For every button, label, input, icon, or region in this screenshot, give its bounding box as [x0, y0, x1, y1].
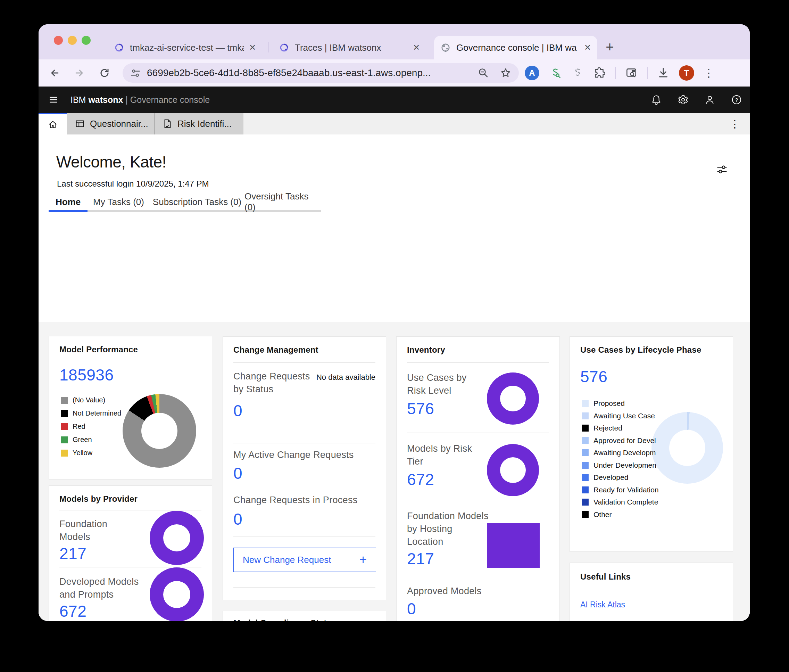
legend-label: Awaiting Developm	[594, 449, 656, 457]
card-useful-links: Useful Links AI Risk Atlas EU Artificial…	[570, 563, 733, 621]
legend-item: Yellow	[61, 449, 93, 457]
close-icon[interactable]: ✕	[584, 43, 591, 53]
url-text[interactable]: 6699eb2b-5ce6-4d1d-8b85-ef85e24baaab.us-…	[147, 67, 477, 78]
questionnaire-table-icon	[75, 118, 85, 129]
browser-menu-icon[interactable]: ⋮	[703, 67, 714, 78]
site-controls-icon[interactable]	[129, 67, 141, 79]
console-tab-home-active[interactable]	[38, 113, 67, 134]
legend-item: Ready for Validation	[582, 486, 659, 494]
tab-subscription-tasks[interactable]: Subscription Tasks (0)	[150, 194, 244, 212]
back-icon[interactable]	[48, 67, 61, 79]
metric-label: Approved Models	[407, 585, 553, 598]
notifications-bell-icon[interactable]	[651, 94, 662, 105]
toolbar-extensions: A T ⋮	[525, 59, 714, 86]
model-performance-donut-chart	[123, 394, 196, 468]
card-title: Change Management	[233, 345, 318, 355]
card-title: Models by Provider	[59, 494, 137, 504]
close-icon[interactable]: ✕	[249, 43, 256, 53]
legend-swatch	[582, 449, 589, 456]
side-panel-search-icon[interactable]	[625, 66, 638, 80]
url-bar[interactable]: 6699eb2b-5ce6-4d1d-8b85-ef85e24baaab.us-…	[123, 63, 519, 83]
foundation-models-donut-chart	[150, 511, 204, 565]
use-cases-by-risk-count: 576	[407, 399, 434, 418]
legend-label: Proposed	[594, 399, 625, 408]
close-icon[interactable]: ✕	[413, 43, 420, 53]
tab-oversight-tasks[interactable]: Oversight Tasks (0)	[244, 194, 321, 212]
lifecycle-donut-chart	[652, 412, 723, 484]
legend-item: Approved for Devel	[582, 437, 656, 445]
legend-swatch	[582, 437, 589, 444]
traffic-light-minimize[interactable]	[68, 36, 77, 45]
legend-item: Awaiting Use Case	[582, 412, 655, 420]
brand-suffix: | Governance console	[123, 95, 210, 105]
page-tabs: Home My Tasks (0) Subscription Tasks (0)…	[49, 194, 321, 212]
browser-tab-1[interactable]: tmkaz-ai-service-test — tmka ✕	[108, 36, 262, 59]
browser-tabstrip: tmkaz-ai-service-test — tmka ✕ Traces | …	[38, 24, 750, 59]
legend-item: (No Value)	[61, 396, 105, 404]
risk-document-icon	[162, 118, 172, 129]
legend-swatch	[582, 499, 589, 506]
app-brand: IBM watsonx | Governance console	[70, 95, 210, 105]
tab-title: Traces | IBM watsonx	[295, 42, 408, 53]
legend-label: Awaiting Use Case	[594, 412, 655, 420]
legend-swatch	[61, 410, 68, 417]
console-tab-questionnaire[interactable]: Questionnair...	[67, 113, 154, 134]
legend-swatch	[582, 425, 589, 432]
legend-label: Not Determined	[73, 409, 121, 417]
legend-item: Developed	[582, 473, 628, 482]
card-title: Use Cases by Lifecycle Phase	[580, 345, 701, 355]
gray-snippet-extension-icon[interactable]	[570, 66, 584, 80]
console-tab-risk-identification[interactable]: Risk Identifi...	[154, 113, 243, 134]
settings-gear-icon[interactable]	[677, 94, 688, 105]
button-label: New Change Request	[243, 555, 331, 565]
legend-swatch	[582, 413, 589, 419]
tab-title: tmkaz-ai-service-test — tmka	[130, 42, 244, 53]
change-requests-by-status-count: 0	[233, 401, 243, 420]
refresh-icon[interactable]	[98, 67, 111, 79]
legend-swatch	[61, 397, 68, 404]
legend-item: Proposed	[582, 399, 625, 408]
extensions-puzzle-icon[interactable]	[593, 66, 606, 80]
legend-label: Validation Complete	[594, 498, 658, 506]
profile-avatar[interactable]: T	[679, 65, 694, 81]
legend-item: Under Developmen	[582, 461, 656, 469]
metric-label: Foundation Models by Hosting Location	[407, 510, 489, 548]
app-swirl-favicon	[114, 42, 124, 53]
home-icon	[48, 119, 58, 130]
forward-icon[interactable]	[73, 67, 86, 79]
tab-my-tasks[interactable]: My Tasks (0)	[88, 194, 150, 212]
user-profile-icon[interactable]	[704, 94, 716, 105]
legend-swatch	[582, 462, 589, 469]
browser-tab-3-active[interactable]: Governance console | IBM wa ✕	[434, 36, 597, 59]
hosting-location-treemap-chart	[487, 523, 540, 568]
legend-swatch	[61, 423, 68, 430]
lifecycle-use-cases-count: 576	[580, 367, 607, 386]
traffic-light-close[interactable]	[54, 36, 63, 45]
svg-text:?: ?	[735, 97, 738, 103]
traffic-light-zoom[interactable]	[81, 36, 91, 45]
download-icon[interactable]	[657, 66, 670, 80]
hamburger-menu-icon[interactable]	[48, 94, 59, 106]
foundation-hosting-count: 217	[407, 549, 434, 568]
translate-extension-icon[interactable]: A	[525, 66, 539, 80]
page-content: Welcome, Kate! Last successful login 10/…	[38, 134, 750, 621]
help-icon[interactable]: ?	[731, 94, 742, 105]
legend-label: Developed	[594, 473, 628, 482]
new-change-request-button[interactable]: New Change Request +	[233, 547, 376, 572]
console-tab-overflow-icon[interactable]: ⋮	[730, 118, 740, 130]
toolbar-divider	[647, 67, 648, 79]
bookmark-star-icon[interactable]	[499, 67, 512, 79]
new-tab-button[interactable]: +	[602, 40, 617, 55]
legend-swatch	[61, 450, 68, 456]
card-model-performance: Model Performance 185936 (No Value) Not …	[49, 336, 212, 480]
legend-label: Red	[73, 422, 85, 430]
settings-adjust-icon[interactable]	[716, 163, 728, 176]
browser-tab-2[interactable]: Traces | IBM watsonx ✕	[273, 36, 426, 59]
link-ai-risk-atlas[interactable]: AI Risk Atlas	[580, 600, 625, 610]
green-snippet-extension-icon[interactable]	[548, 66, 562, 80]
console-tab-label: Risk Identifi...	[177, 118, 232, 129]
browser-toolbar: 6699eb2b-5ce6-4d1d-8b85-ef85e24baaab.us-…	[38, 59, 750, 86]
zoom-out-icon[interactable]	[477, 67, 490, 79]
tab-home[interactable]: Home	[49, 194, 88, 212]
card-model-compliance-status: Model Compliance Status 672 (No Value) C…	[223, 611, 386, 621]
